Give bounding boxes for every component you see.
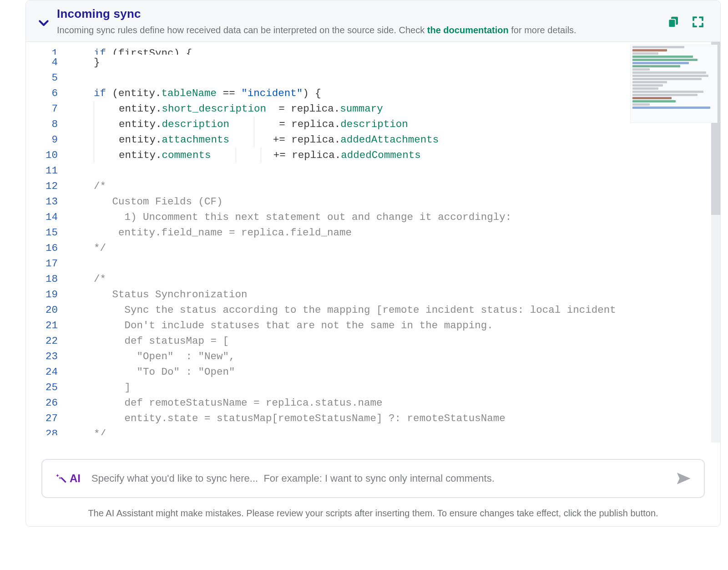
- copy-icon: [667, 15, 680, 29]
- desc-post: for more details.: [509, 25, 576, 35]
- line-number-gutter: 1456789101112131415161718192021222324252…: [26, 42, 65, 443]
- chevron-down-icon: [37, 16, 51, 30]
- fullscreen-button[interactable]: [691, 15, 705, 29]
- incoming-sync-panel: Incoming sync Incoming sync rules define…: [25, 0, 721, 527]
- copy-button[interactable]: [667, 15, 680, 29]
- ai-badge: AI: [55, 472, 81, 485]
- code-editor[interactable]: 1456789101112131415161718192021222324252…: [26, 42, 720, 443]
- fullscreen-icon: [691, 15, 705, 29]
- code-content[interactable]: if (firstSync) { } if (entity.tableName …: [65, 42, 720, 443]
- panel-description: Incoming sync rules define how received …: [57, 24, 626, 37]
- ai-disclaimer: The AI Assistant might make mistakes. Pl…: [41, 506, 705, 520]
- panel-title: Incoming sync: [57, 7, 660, 21]
- send-icon: [676, 471, 691, 486]
- svg-rect-1: [668, 19, 675, 27]
- documentation-link[interactable]: the documentation: [427, 25, 509, 35]
- code-minimap[interactable]: [630, 45, 718, 123]
- ai-send-button[interactable]: [676, 471, 691, 486]
- desc-pre: Incoming sync rules define how received …: [57, 25, 427, 35]
- panel-header: Incoming sync Incoming sync rules define…: [26, 0, 720, 42]
- ai-prompt-input[interactable]: [91, 472, 666, 485]
- collapse-toggle[interactable]: [37, 16, 51, 30]
- ai-label: AI: [70, 472, 81, 485]
- ai-prompt-box: AI: [41, 459, 705, 498]
- svg-rect-2: [61, 477, 66, 483]
- ai-assistant-area: AI The AI Assistant might make mistakes.…: [26, 443, 720, 526]
- wand-icon: [55, 473, 67, 484]
